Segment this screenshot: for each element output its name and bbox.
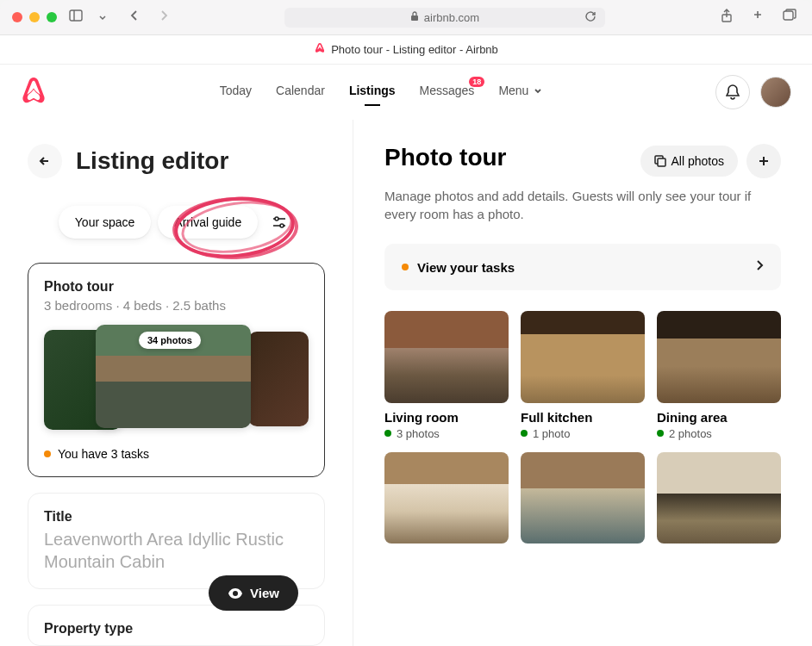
room-thumbnail (521, 452, 645, 544)
tasks-text: You have 3 tasks (58, 447, 149, 461)
room-card[interactable]: Dining area2 photos (657, 311, 781, 440)
messages-badge: 18 (469, 77, 484, 87)
refresh-icon[interactable] (584, 10, 597, 25)
view-button[interactable]: View (209, 575, 298, 611)
tab-title-bar: Photo tour - Listing editor - Airbnb (0, 35, 812, 65)
room-thumbnail (384, 311, 509, 403)
room-name: Full kitchen (521, 410, 645, 425)
airbnb-logo[interactable] (21, 77, 47, 108)
card-title: Photo tour (44, 279, 309, 295)
photo-grid: Living room3 photosFull kitchen1 photoDi… (384, 311, 781, 550)
svg-rect-2 (411, 16, 418, 21)
section-description: Manage photos and add details. Guests wi… (384, 187, 764, 223)
copy-icon (654, 155, 666, 167)
listing-title-value: Leavenworth Area Idyllic Rustic Mountain… (44, 528, 309, 573)
nav-menu[interactable]: Menu (498, 84, 542, 101)
url-text: airbnb.com (424, 11, 479, 24)
room-name: Dining area (657, 410, 781, 425)
app-header: Today Calendar Listings Messages 18 Menu (0, 65, 812, 120)
status-dot-icon (44, 450, 51, 457)
minimize-window-button[interactable] (29, 12, 40, 22)
filter-button[interactable] (265, 208, 294, 237)
nav-listings[interactable]: Listings (349, 84, 396, 101)
tab-arrival-guide[interactable]: Arrival guide (158, 206, 258, 239)
plus-icon (757, 154, 771, 168)
add-photo-button[interactable] (746, 144, 781, 178)
maximize-window-button[interactable] (47, 12, 57, 22)
tabs-overview-icon[interactable] (779, 7, 800, 28)
room-card[interactable]: Full kitchen1 photo (521, 311, 645, 440)
room-thumbnail (384, 452, 509, 544)
share-icon[interactable] (717, 7, 736, 28)
svg-rect-0 (70, 10, 82, 21)
lock-icon (410, 11, 419, 24)
page-title: Listing editor (76, 147, 228, 175)
notifications-button[interactable] (715, 75, 750, 109)
card-label: Property type (44, 621, 309, 637)
airbnb-favicon (314, 42, 326, 57)
sidebar-toggle-icon[interactable] (66, 8, 86, 27)
room-photo-count: 3 photos (384, 427, 509, 440)
nav-today[interactable]: Today (220, 84, 252, 101)
nav-messages[interactable]: Messages 18 (420, 84, 475, 101)
eye-icon (228, 587, 243, 599)
room-card[interactable]: Living room3 photos (384, 311, 509, 440)
chevron-down-icon (534, 84, 542, 97)
status-dot-icon (521, 430, 528, 437)
chevron-right-icon (755, 259, 764, 275)
all-photos-button[interactable]: All photos (640, 146, 738, 177)
room-photo-count: 2 photos (657, 427, 781, 440)
section-title: Photo tour (384, 144, 507, 171)
room-card[interactable] (657, 452, 781, 551)
room-thumbnail (657, 452, 781, 544)
svg-point-6 (275, 217, 278, 221)
browser-chrome: airbnb.com (0, 0, 812, 35)
url-bar[interactable]: airbnb.com (284, 8, 605, 28)
card-subtitle: 3 bedrooms · 4 beds · 2.5 baths (44, 298, 309, 313)
tab-title: Photo tour - Listing editor - Airbnb (331, 43, 498, 56)
photo-count-chip: 34 photos (139, 332, 201, 349)
property-type-card[interactable]: Property type (28, 605, 325, 646)
room-card[interactable] (384, 452, 509, 551)
view-tasks-bar[interactable]: View your tasks (384, 244, 781, 290)
browser-forward-button[interactable] (155, 8, 172, 27)
room-thumbnail (657, 311, 781, 403)
chevron-down-icon[interactable] (95, 8, 110, 27)
photo-tour-card[interactable]: Photo tour 3 bedrooms · 4 beds · 2.5 bat… (28, 263, 325, 477)
svg-rect-4 (784, 11, 793, 20)
traffic-lights (12, 12, 57, 22)
new-tab-icon[interactable] (748, 7, 767, 28)
status-dot-icon (384, 430, 391, 437)
svg-point-8 (280, 224, 284, 227)
status-dot-icon (657, 430, 664, 437)
svg-rect-9 (658, 158, 665, 166)
nav-calendar[interactable]: Calendar (276, 84, 325, 101)
stack-photo (248, 332, 309, 426)
back-button[interactable] (28, 144, 62, 178)
room-name: Living room (384, 410, 509, 425)
status-dot-icon (402, 264, 409, 270)
left-panel: Listing editor Your space Arrival guide … (0, 120, 353, 646)
main-nav: Today Calendar Listings Messages 18 Menu (220, 84, 543, 101)
browser-back-button[interactable] (126, 8, 143, 27)
tab-your-space[interactable]: Your space (59, 206, 152, 239)
right-panel: Photo tour All photos Manage photos and … (353, 120, 812, 646)
room-card[interactable] (521, 452, 645, 551)
user-avatar[interactable] (760, 77, 791, 108)
editor-tabs: Your space Arrival guide (28, 206, 325, 239)
close-window-button[interactable] (12, 12, 22, 22)
photo-stack: 34 photos (44, 323, 309, 435)
card-label: Title (44, 509, 309, 525)
room-thumbnail (521, 311, 645, 403)
room-photo-count: 1 photo (521, 427, 645, 440)
